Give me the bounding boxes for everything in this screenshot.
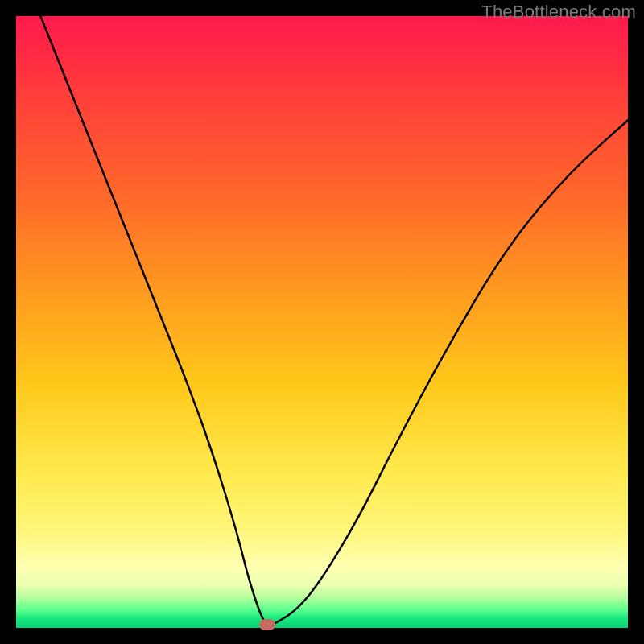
min-marker [259,619,275,630]
watermark-text: TheBottleneck.com [481,2,636,23]
bottleneck-curve [16,16,628,628]
chart-frame: TheBottleneck.com [0,0,644,644]
